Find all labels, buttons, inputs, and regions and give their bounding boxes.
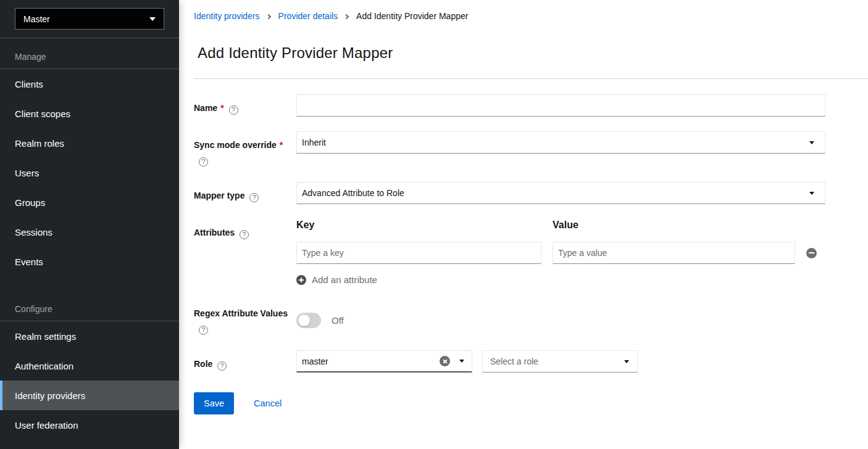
minus-circle-icon[interactable] (806, 248, 817, 258)
clear-circle-icon[interactable] (440, 356, 450, 366)
regex-control-cell: Off (296, 300, 825, 336)
mapper-type-select[interactable]: Advanced Attribute to Role (296, 182, 825, 204)
mapper-type-label-cell: Mapper type (194, 182, 296, 204)
caret-down-icon (809, 192, 814, 195)
attributes-label: Attributes (194, 228, 235, 237)
sync-mode-label-cell: Sync mode override* (194, 131, 296, 167)
name-label: Name (194, 103, 217, 113)
sidebar-item-realm-roles[interactable]: Realm roles (0, 128, 179, 158)
toggle-knob (298, 315, 310, 326)
page-title: Add Identity Provider Mapper (198, 44, 853, 62)
sync-mode-control-cell: Inherit (296, 131, 825, 167)
regex-label: Regex Attribute Values (194, 308, 288, 318)
attributes-headers: Key Value (296, 219, 825, 231)
attribute-value-input[interactable] (553, 242, 795, 264)
role-select[interactable]: Select a role (482, 350, 638, 373)
role-control-cell: master Select a role (296, 350, 825, 373)
caret-down-icon (149, 17, 156, 21)
question-circle-icon[interactable] (217, 361, 227, 371)
required-asterisk: * (280, 140, 283, 150)
breadcrumb-identity-providers[interactable]: Identity providers (194, 11, 260, 21)
sync-mode-selected-value: Inherit (302, 138, 326, 147)
question-circle-icon[interactable] (240, 230, 249, 239)
question-circle-icon[interactable] (229, 105, 238, 115)
caret-down-icon[interactable] (459, 360, 464, 363)
form-row-mapper-type: Mapper type Advanced Attribute to Role (194, 182, 825, 204)
add-attribute-label: Add an attribute (312, 274, 377, 285)
attributes-control-cell: Key Value Add an attribute (296, 219, 825, 285)
question-circle-icon[interactable] (249, 193, 259, 202)
attributes-label-cell: Attributes (194, 219, 296, 285)
question-circle-icon[interactable] (199, 157, 208, 167)
form-row-name: Name* (194, 94, 825, 117)
sidebar-item-users[interactable]: Users (0, 158, 179, 187)
save-button[interactable]: Save (194, 392, 234, 414)
mapper-type-label: Mapper type (194, 191, 244, 200)
cancel-button[interactable]: Cancel (254, 398, 282, 408)
realm-selector-label: Master (23, 14, 50, 24)
role-controls: master Select a role (296, 350, 825, 373)
attribute-row (296, 242, 825, 264)
sidebar-item-sessions[interactable]: Sessions (0, 217, 179, 247)
role-typeahead-value: master (302, 356, 440, 366)
nav-section-configure: Configure Realm settings Authentication … (0, 290, 179, 440)
realm-selector-header: Master (0, 0, 179, 38)
breadcrumb-current: Add Identity Provider Mapper (356, 11, 468, 21)
name-input[interactable] (296, 94, 825, 117)
question-circle-icon[interactable] (199, 326, 208, 335)
realm-selector-dropdown[interactable]: Master (15, 8, 164, 30)
sidebar-item-events[interactable]: Events (0, 247, 179, 276)
mapper-type-control-cell: Advanced Attribute to Role (296, 182, 825, 204)
form-row-role: Role master Select a role (194, 350, 825, 373)
attribute-key-input[interactable] (296, 242, 541, 264)
role-typeahead[interactable]: master (296, 350, 472, 373)
chevron-right-icon (344, 14, 349, 19)
breadcrumb: Identity providers Provider details Add … (194, 11, 853, 21)
attributes-key-header: Key (296, 220, 541, 231)
form-actions: Save Cancel (194, 392, 825, 414)
form-row-attributes: Attributes Key Value Add an attribute (194, 219, 825, 285)
mapper-form: Name* Sync mode override* Inherit Mapper… (179, 79, 868, 414)
add-attribute-button[interactable]: Add an attribute (296, 274, 377, 285)
required-asterisk: * (220, 103, 223, 113)
name-label-cell: Name* (194, 94, 296, 117)
regex-toggle[interactable] (296, 313, 321, 328)
sidebar-item-groups[interactable]: Groups (0, 187, 179, 217)
sidebar: Master Manage Clients Client scopes Real… (0, 0, 179, 449)
sync-mode-label: Sync mode override (194, 140, 277, 150)
main-content: Identity providers Provider details Add … (179, 0, 868, 449)
form-row-sync-mode-override: Sync mode override* Inherit (194, 131, 825, 167)
attributes-value-header: Value (553, 220, 795, 231)
plus-circle-icon (296, 275, 306, 285)
name-control-cell (296, 94, 825, 117)
sidebar-item-client-scopes[interactable]: Client scopes (0, 99, 179, 128)
form-row-regex-attribute-values: Regex Attribute Values Off (194, 300, 825, 336)
sidebar-item-authentication[interactable]: Authentication (0, 351, 179, 381)
caret-down-icon (624, 360, 629, 363)
role-select-placeholder: Select a role (490, 356, 538, 366)
mapper-type-selected-value: Advanced Attribute to Role (302, 188, 404, 198)
sidebar-item-identity-providers[interactable]: Identity providers (0, 381, 179, 410)
sync-mode-select[interactable]: Inherit (296, 131, 825, 154)
breadcrumb-provider-details[interactable]: Provider details (278, 11, 338, 21)
sidebar-item-user-federation[interactable]: User federation (0, 410, 179, 440)
nav-section-title-configure: Configure (0, 290, 179, 321)
nav-section-manage: Manage Clients Client scopes Realm roles… (0, 38, 179, 276)
sidebar-item-realm-settings[interactable]: Realm settings (0, 321, 179, 351)
sidebar-item-clients[interactable]: Clients (0, 69, 179, 99)
caret-down-icon (809, 141, 814, 144)
nav-section-title-manage: Manage (0, 38, 179, 69)
chevron-right-icon (265, 14, 270, 19)
role-label-cell: Role (194, 350, 296, 373)
regex-label-cell: Regex Attribute Values (194, 300, 296, 336)
regex-toggle-state: Off (332, 315, 344, 326)
role-label: Role (194, 359, 212, 369)
